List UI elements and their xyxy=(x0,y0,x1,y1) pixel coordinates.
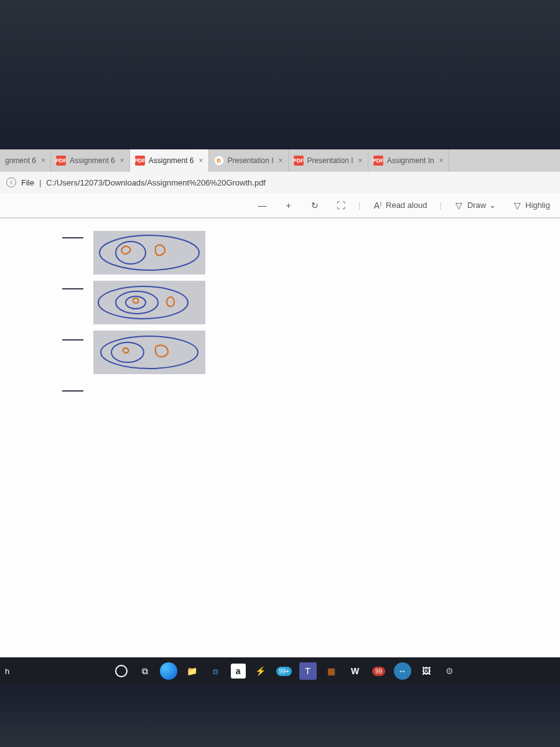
search-fragment[interactable]: h xyxy=(5,667,9,676)
site-info-icon[interactable]: i xyxy=(6,177,16,187)
zoom-in-button[interactable]: + xyxy=(280,198,297,213)
notification-icon[interactable]: 99 xyxy=(370,662,388,680)
tab-strip: gnment 6 × PDF Assignment 6 × PDF Assign… xyxy=(0,149,560,172)
zoom-out-button[interactable]: — xyxy=(254,198,271,213)
svg-point-5 xyxy=(101,336,198,369)
close-icon[interactable]: × xyxy=(358,156,363,165)
svg-point-0 xyxy=(100,235,199,270)
address-bar[interactable]: i File | C:/Users/12073/Downloads/Assign… xyxy=(0,172,560,193)
photos-icon[interactable]: 🖼 xyxy=(418,662,435,680)
rotate-button[interactable]: ↻ xyxy=(306,198,324,213)
tab-label: gnment 6 xyxy=(5,156,36,165)
close-icon[interactable]: × xyxy=(198,156,203,165)
app-icon[interactable]: T xyxy=(299,662,317,680)
rotate-icon: ↻ xyxy=(310,200,320,210)
badge-count: 99+ xyxy=(276,667,292,676)
highlight-button[interactable]: ▽ Highlig xyxy=(508,198,554,213)
highlight-icon: ▽ xyxy=(512,200,522,210)
task-view-icon[interactable]: ⧉ xyxy=(136,662,154,680)
tab-label: Presentation I xyxy=(307,156,353,165)
draw-button[interactable]: ▽ Draw ⌄ xyxy=(450,198,500,213)
toolbar-separator: | xyxy=(358,200,360,210)
pdf-toolbar: — + ↻ ⛶ | A⁾ Read aloud | ▽ Draw ⌄ xyxy=(0,193,560,218)
chevron-down-icon: ⌄ xyxy=(489,200,496,210)
url-path: C:/Users/12073/Downloads/Assignment%206%… xyxy=(46,178,266,187)
tab-label: Assignment 6 xyxy=(70,156,115,165)
browser-window: gnment 6 × PDF Assignment 6 × PDF Assign… xyxy=(0,149,560,685)
tab-label: Assignment 6 xyxy=(149,156,194,165)
close-icon[interactable]: × xyxy=(120,156,124,165)
tab-presentation-a[interactable]: B Presentation I × xyxy=(209,149,289,172)
url-separator: | xyxy=(39,178,41,187)
toolbar-separator: | xyxy=(440,200,442,210)
blackboard-icon: B xyxy=(214,156,224,166)
diagram-row-2 xyxy=(93,281,205,324)
tab-assignment-in[interactable]: PDF Assignment In × xyxy=(368,149,449,172)
tab-assignment-6-a[interactable]: PDF Assignment 6 × xyxy=(51,149,130,172)
dropbox-icon[interactable]: ⧈ xyxy=(207,662,225,680)
windows-taskbar[interactable]: h ⧉ 📁 ⧈ a ⚡ 99+ T ▦ W 99 ↔ 🖼 ⚙ xyxy=(0,657,560,685)
browser-chrome: gnment 6 × PDF Assignment 6 × PDF Assign… xyxy=(0,149,560,218)
badge-count: 99 xyxy=(372,667,385,676)
svg-point-1 xyxy=(116,242,146,264)
settings-icon[interactable]: ⚙ xyxy=(441,662,459,680)
draw-icon: ▽ xyxy=(454,200,464,210)
url-scheme: File xyxy=(21,178,34,187)
sync-icon[interactable]: ↔ xyxy=(394,662,411,680)
margin-lines xyxy=(62,237,83,441)
teams-icon[interactable]: 99+ xyxy=(276,662,293,680)
close-icon[interactable]: × xyxy=(41,156,45,165)
diagram-row-1 xyxy=(93,231,205,275)
fit-page-button[interactable]: ⛶ xyxy=(332,198,350,213)
pdf-icon: PDF xyxy=(135,156,145,166)
fit-icon: ⛶ xyxy=(336,200,346,210)
plus-icon: + xyxy=(284,200,294,210)
diagram-column xyxy=(93,231,205,374)
word-icon[interactable]: W xyxy=(347,662,364,680)
diagram-row-3 xyxy=(93,331,205,374)
file-explorer-icon[interactable]: 📁 xyxy=(184,662,201,680)
highlight-label: Highlig xyxy=(525,200,550,210)
tab-label: Assignment In xyxy=(387,156,434,165)
pdf-icon: PDF xyxy=(373,156,383,166)
pdf-icon: PDF xyxy=(56,156,66,166)
winamp-icon[interactable]: ⚡ xyxy=(252,662,269,680)
read-aloud-icon: A⁾ xyxy=(373,200,383,210)
tab-assignment-6-active[interactable]: PDF Assignment 6 × xyxy=(130,149,209,172)
amazon-icon[interactable]: a xyxy=(231,664,246,679)
minus-icon: — xyxy=(258,200,268,210)
pdf-content[interactable] xyxy=(0,218,560,685)
read-aloud-button[interactable]: A⁾ Read aloud xyxy=(369,198,431,213)
tab-assignment-6-partial[interactable]: gnment 6 × xyxy=(0,149,51,172)
grid-icon[interactable]: ▦ xyxy=(323,662,340,680)
read-aloud-label: Read aloud xyxy=(386,200,427,210)
pdf-icon: PDF xyxy=(294,156,304,166)
close-icon[interactable]: × xyxy=(279,156,283,165)
cortana-icon[interactable] xyxy=(113,662,130,680)
edge-icon[interactable] xyxy=(160,662,177,680)
tab-presentation-b[interactable]: PDF Presentation I × xyxy=(289,149,368,172)
close-icon[interactable]: × xyxy=(439,156,444,165)
draw-label: Draw xyxy=(467,200,486,210)
tab-label: Presentation I xyxy=(228,156,274,165)
